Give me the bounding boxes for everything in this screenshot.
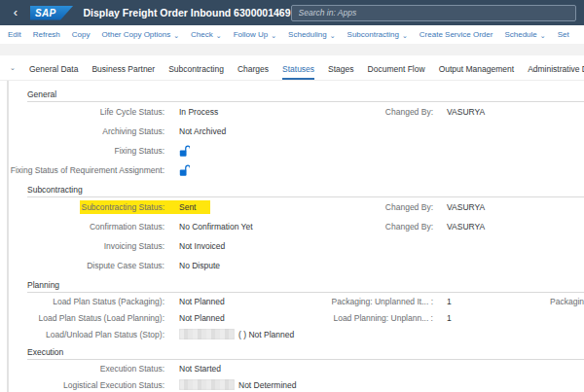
field-label: Life Cycle Status: — [9, 107, 164, 117]
tab-administrative-data[interactable]: Administrative Data — [528, 64, 584, 80]
toolbar-check[interactable]: Check⌄ — [191, 30, 222, 39]
toolbar-label: Schedule — [504, 30, 536, 39]
field-value-text: In Process — [179, 107, 218, 117]
field-label: Packaging: Unplanned It... : — [324, 297, 433, 306]
toolbar-refresh[interactable]: Refresh — [33, 30, 60, 39]
field-value-text: Sent — [179, 202, 197, 212]
toolbar-label: Check — [191, 30, 213, 39]
tab-subcontracting[interactable]: Subcontracting — [168, 64, 224, 80]
tab-charges[interactable]: Charges — [237, 64, 269, 80]
toolbar-label: Create Service Order — [420, 30, 493, 39]
toolbar-schedule[interactable]: Schedule⌄ — [504, 30, 545, 39]
toolbar-copy[interactable]: Copy — [72, 30, 91, 39]
toolbar-edit[interactable]: Edit — [8, 30, 21, 39]
section-header: Planning — [27, 277, 584, 293]
field-value: Not Archived — [164, 126, 324, 136]
field-label: Confirmation Status: — [9, 222, 164, 232]
tab-business-partner[interactable]: Business Partner — [91, 64, 155, 80]
field-label: Load Plan Status (Packaging): — [9, 297, 164, 306]
field-label: Load/Unload Plan Status (Stop): — [9, 330, 164, 339]
field-value: In Process — [164, 107, 324, 117]
toolbar-follow-up[interactable]: Follow Up⌄ — [234, 30, 276, 39]
sap-logo: SAP — [30, 6, 74, 20]
field-label: Archiving Status: — [9, 126, 164, 136]
toolbar-scheduling[interactable]: Scheduling⌄ — [288, 30, 335, 39]
toolbar-label: Scheduling — [288, 30, 327, 39]
row-archiving-status: Archiving Status: Not Archived — [9, 122, 584, 141]
field-value: Not Planned — [164, 297, 324, 306]
field-label: Changed By: — [324, 107, 433, 117]
field-value-text: Not Archived — [179, 126, 226, 136]
section-general: General Life Cycle Status: In Process Ch… — [9, 87, 584, 180]
row-life-cycle-status: Life Cycle Status: In Process Changed By… — [9, 102, 584, 122]
field-value: ( ) Not Planned — [164, 329, 324, 339]
field-label: Changed By: — [324, 222, 433, 232]
row-load-plan-status-packaging: Load Plan Status (Packaging): Not Planne… — [9, 293, 584, 309]
action-toolbar: Edit Refresh Copy Other Copy Options⌄ Ch… — [0, 25, 584, 44]
field-value: VASURYA — [433, 222, 521, 232]
field-value: VASURYA — [433, 107, 521, 117]
field-label-clipped: Packagin — [521, 297, 584, 306]
toolbar-other-copy-options[interactable]: Other Copy Options⌄ — [102, 30, 180, 39]
toolbar-label: Copy — [72, 30, 91, 39]
section-header: Execution — [27, 344, 584, 360]
chevron-down-icon: ⌄ — [173, 32, 179, 39]
toolbar-label: Refresh — [33, 30, 60, 39]
row-logistical-execution-status: Logistical Execution Status: Not Determi… — [9, 376, 584, 392]
header-divider-strip — [0, 44, 584, 55]
row-execution-status: Execution Status: Not Started — [9, 360, 584, 376]
redacted-value-blur — [179, 379, 235, 390]
field-value: Not Invoiced — [164, 241, 324, 251]
field-label: Invoicing Status: — [9, 241, 164, 251]
row-confirmation-status: Confirmation Status: No Confirmation Yet… — [9, 217, 584, 236]
app-window: ‹ SAP Display Freight Order Inbound 6300… — [0, 0, 584, 392]
field-value: No Confirmation Yet — [164, 222, 324, 232]
toolbar-set[interactable]: Set — [558, 30, 569, 39]
field-value: Not Planned — [164, 313, 324, 323]
toolbar-label: Follow Up — [234, 30, 269, 39]
section-header: General — [27, 87, 584, 102]
back-icon[interactable]: ‹ — [10, 6, 21, 18]
unlock-icon — [179, 145, 190, 158]
row-fixing-status-req-assignment: Fixing Status of Requirement Assignment: — [9, 160, 584, 180]
section-subcontracting: Subcontracting Subcontracting Status: Se… — [9, 182, 584, 275]
field-label: Load Plan Status (Load Planning): — [9, 313, 164, 323]
toolbar-label: Other Copy Options — [102, 30, 171, 39]
chevron-down-icon: ⌄ — [216, 32, 222, 39]
toolbar-label: Edit — [8, 30, 21, 39]
field-value — [164, 145, 324, 158]
row-fixing-status: Fixing Status: — [9, 141, 584, 160]
tab-stages[interactable]: Stages — [328, 64, 353, 80]
field-value: 1 — [433, 313, 521, 323]
section-execution: Execution Execution Status: Not Started … — [9, 344, 584, 392]
search-input[interactable] — [291, 5, 576, 21]
field-value-text: Not Invoiced — [179, 241, 225, 251]
tabs-collapse-icon[interactable]: ⌄ — [10, 64, 16, 80]
tab-document-flow[interactable]: Document Flow — [368, 64, 425, 80]
field-label: Fixing Status of Requirement Assignment: — [9, 165, 164, 175]
tab-output-management[interactable]: Output Management — [439, 64, 515, 80]
tab-statuses[interactable]: Statuses — [282, 64, 314, 80]
page-title: Display Freight Order Inbound 6300001469 — [84, 7, 291, 18]
chevron-down-icon: ⌄ — [271, 32, 276, 39]
chevron-down-icon: ⌄ — [330, 32, 336, 39]
tab-general-data[interactable]: General Data — [29, 64, 79, 80]
section-planning: Planning Load Plan Status (Packaging): N… — [9, 277, 584, 342]
section-header: Subcontracting — [27, 182, 584, 197]
field-value-text: ( ) Not Planned — [238, 330, 294, 339]
unlock-icon — [179, 164, 190, 177]
field-label: Logistical Execution Status: — [9, 380, 164, 390]
row-load-unload-plan-status-stop: Load/Unload Plan Status (Stop): ( ) Not … — [9, 326, 584, 342]
toolbar-label: Subcontracting — [347, 30, 399, 39]
statuses-panel: General Life Cycle Status: In Process Ch… — [7, 81, 584, 392]
row-invoicing-status: Invoicing Status: Not Invoiced — [9, 236, 584, 256]
toolbar-create-service-order[interactable]: Create Service Order — [420, 30, 493, 39]
row-dispute-case-status: Dispute Case Status: No Dispute — [9, 256, 584, 275]
field-value-text: No Confirmation Yet — [179, 222, 253, 232]
field-value-text: Not Planned — [179, 313, 225, 323]
row-load-plan-status-load-planning: Load Plan Status (Load Planning): Not Pl… — [9, 309, 584, 326]
field-value-text: Not Started — [179, 364, 221, 374]
field-label: Dispute Case Status: — [9, 261, 164, 270]
toolbar-subcontracting[interactable]: Subcontracting⌄ — [347, 30, 408, 39]
field-value: Not Started — [164, 364, 324, 374]
